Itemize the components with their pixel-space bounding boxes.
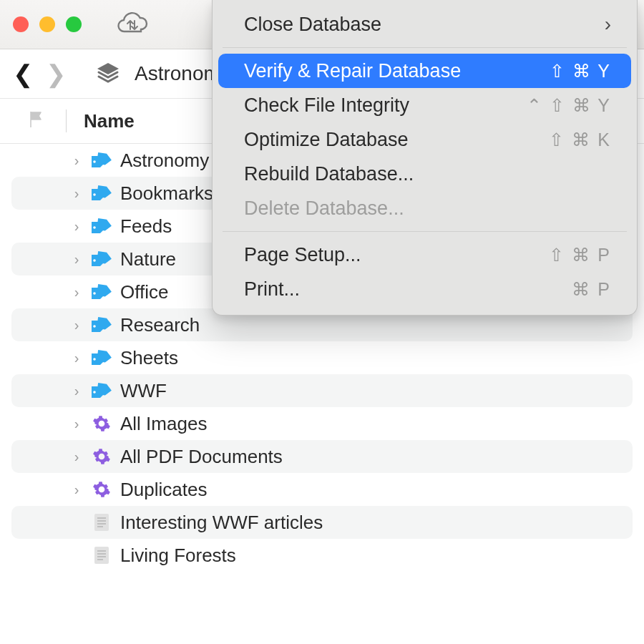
smart-group-icon: [90, 414, 113, 433]
menu-item[interactable]: Check File Integrity⌃ ⇧ ⌘ Y: [218, 88, 631, 122]
flag-column-icon[interactable]: [29, 110, 44, 132]
sync-icon[interactable]: [115, 11, 148, 38]
smart-group-icon: [90, 447, 113, 466]
list-item-label: WWF: [120, 380, 167, 402]
column-divider: [66, 109, 67, 132]
database-icon: [94, 62, 122, 86]
tag-icon: [90, 185, 113, 202]
list-item[interactable]: Interesting WWF articles: [11, 506, 633, 539]
document-icon: [90, 512, 113, 532]
list-item[interactable]: ›Sheets: [0, 341, 644, 374]
menu-item-shortcut: ⇧ ⌘ K: [549, 130, 611, 150]
menu-separator: [223, 47, 627, 48]
menu-item-label: Close Database: [244, 14, 381, 36]
list-item-label: Bookmarks: [120, 182, 213, 205]
disclosure-triangle[interactable]: ›: [70, 416, 83, 432]
list-item-label: Duplicates: [120, 479, 207, 501]
tag-icon: [90, 283, 113, 301]
disclosure-triangle[interactable]: ›: [70, 482, 83, 498]
list-item-label: All Images: [120, 413, 207, 435]
list-item-label: Feeds: [120, 215, 172, 238]
menu-item: Delete Database...: [218, 191, 631, 225]
menu-item-label: Verify & Repair Database: [244, 60, 461, 82]
nav-forward-button[interactable]: ❯: [46, 62, 66, 86]
disclosure-triangle[interactable]: ›: [70, 317, 83, 333]
list-item-label: Sheets: [120, 347, 178, 369]
tag-icon: [90, 218, 113, 235]
tag-icon: [90, 250, 113, 268]
menu-item-label: Check File Integrity: [244, 94, 409, 117]
menu-item-label: Print...: [244, 278, 300, 301]
menu-item-label: Page Setup...: [244, 244, 361, 266]
disclosure-triangle[interactable]: ›: [70, 449, 83, 465]
list-item-label: Interesting WWF articles: [120, 512, 323, 534]
disclosure-triangle[interactable]: ›: [70, 383, 83, 399]
menu-item-shortcut: ⌘ P: [572, 279, 611, 300]
smart-group-icon: [90, 480, 113, 499]
list-item[interactable]: ›All Images: [0, 407, 644, 440]
list-item[interactable]: Living Forests: [0, 539, 644, 572]
disclosure-triangle[interactable]: ›: [70, 185, 83, 202]
document-icon: [90, 545, 113, 565]
tag-icon: [90, 152, 113, 169]
list-item-label: Office: [120, 281, 168, 303]
tag-icon: [90, 349, 113, 366]
window-zoom-button[interactable]: [66, 16, 82, 32]
list-item[interactable]: ›WWF: [11, 374, 633, 407]
list-item-label: All PDF Documents: [120, 446, 283, 468]
menu-item-label: Rebuild Database...: [244, 163, 414, 185]
menu-item-shortcut: ⌃ ⇧ ⌘ Y: [527, 95, 611, 116]
disclosure-triangle[interactable]: ›: [70, 251, 83, 268]
list-item-label: Nature: [120, 248, 176, 270]
list-item[interactable]: ›All PDF Documents: [11, 440, 633, 473]
breadcrumb-label[interactable]: Astronom: [135, 62, 220, 85]
menu-item-shortcut: ⇧ ⌘ Y: [550, 61, 611, 82]
menu-item[interactable]: Print...⌘ P: [218, 272, 631, 306]
window-close-button[interactable]: [13, 16, 29, 32]
disclosure-triangle[interactable]: ›: [70, 218, 83, 235]
menu-item[interactable]: Rebuild Database...: [218, 157, 631, 191]
disclosure-triangle[interactable]: ›: [70, 284, 83, 301]
menu-item[interactable]: Verify & Repair Database⇧ ⌘ Y: [218, 54, 631, 88]
menu-item[interactable]: Optimize Database⇧ ⌘ K: [218, 122, 631, 157]
nav-back-button[interactable]: ❮: [13, 62, 33, 86]
menu-item-label: Optimize Database: [244, 129, 409, 151]
menu-item[interactable]: Close Database›: [218, 7, 631, 42]
disclosure-triangle[interactable]: ›: [70, 152, 83, 169]
list-item-label: Astronomy: [120, 150, 209, 172]
file-menu: Close Database›Verify & Repair Database⇧…: [212, 0, 638, 316]
menu-item[interactable]: Page Setup...⇧ ⌘ P: [218, 238, 631, 272]
menu-item-shortcut: ⇧ ⌘ P: [549, 245, 611, 265]
window-minimize-button[interactable]: [39, 16, 55, 32]
disclosure-triangle[interactable]: ›: [70, 350, 83, 366]
menu-item-label: Delete Database...: [244, 197, 404, 220]
tag-icon: [90, 382, 113, 399]
name-column-header[interactable]: Name: [84, 110, 135, 132]
list-item-label: Living Forests: [120, 545, 236, 567]
menu-separator: [223, 231, 627, 232]
list-item[interactable]: ›Duplicates: [0, 473, 644, 506]
tag-icon: [90, 316, 113, 333]
list-item-label: Research: [120, 314, 200, 336]
submenu-chevron-icon: ›: [605, 13, 611, 36]
